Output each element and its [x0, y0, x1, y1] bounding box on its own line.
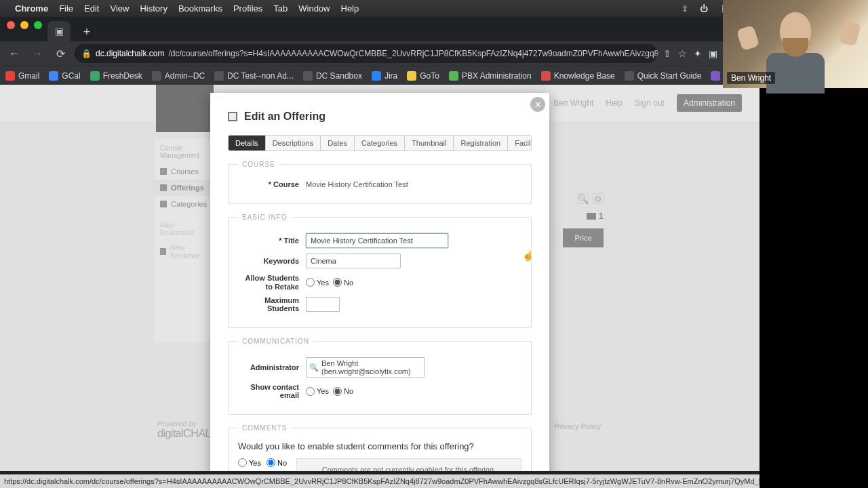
- retake-no[interactable]: No: [333, 278, 353, 287]
- window-close[interactable]: [7, 21, 15, 29]
- browser-toolbar: ← → ⟳ 🔒 dc.digitalchalk.com /dc/course/o…: [0, 41, 760, 66]
- webcam-overlay: Ben Wright: [723, 0, 868, 88]
- menu-window[interactable]: Window: [298, 3, 330, 14]
- retake-radio-group: Yes No: [306, 278, 353, 287]
- panel-icon[interactable]: ▣: [709, 48, 717, 59]
- browser-window: ▣ + ← → ⟳ 🔒 dc.digitalchalk.com /dc/cour…: [0, 17, 760, 488]
- tab-dates[interactable]: Dates: [321, 136, 355, 150]
- reload-button[interactable]: ⟳: [52, 45, 69, 62]
- comments-fieldset: COMMENTS Would you like to enable studen…: [228, 424, 532, 471]
- airdrop-icon[interactable]: ⇪: [680, 4, 690, 14]
- keywords-input[interactable]: [306, 253, 401, 268]
- email-yes[interactable]: Yes: [306, 387, 329, 396]
- course-legend: COURSE: [238, 161, 279, 168]
- retake-label: Allow Students to Retake: [238, 274, 306, 291]
- modal-title: Edit an Offering: [228, 110, 532, 123]
- basic-info-fieldset: BASIC INFO * Title Keywords Allow Studen…: [228, 214, 532, 328]
- retake-yes[interactable]: Yes: [306, 278, 329, 287]
- window-zoom[interactable]: [34, 21, 42, 29]
- menu-view[interactable]: View: [110, 3, 129, 14]
- course-label: * Course: [238, 180, 306, 188]
- comments-note: Comments are not currently enabled for t…: [296, 458, 521, 471]
- edit-offering-modal: ✕ Edit an Offering Details Descriptions …: [210, 93, 549, 471]
- menu-file[interactable]: File: [59, 3, 73, 14]
- url-path: /dc/course/offerings?s=H4sIAAAAAAAAAACWO…: [168, 49, 658, 58]
- menu-bookmarks[interactable]: Bookmarks: [178, 3, 222, 14]
- title-label: * Title: [238, 237, 306, 245]
- communication-fieldset: COMMUNICATION Administrator 🔍 Ben Wright…: [228, 338, 532, 415]
- administrator-value: Ben Wright (ben.wright@sciolytix.com): [321, 359, 421, 375]
- star-icon[interactable]: ☆: [678, 48, 687, 59]
- back-button[interactable]: ←: [5, 45, 23, 62]
- window-controls: [7, 21, 42, 29]
- tab-facilitators[interactable]: Facilitators: [508, 136, 532, 150]
- browser-tab-1[interactable]: ▣: [47, 21, 71, 41]
- url-host: dc.digitalchalk.com: [96, 49, 164, 58]
- tab-thumbnail[interactable]: Thumbnail: [405, 136, 454, 150]
- course-value: Movie History Certification Test: [306, 180, 408, 188]
- show-email-label: Show contact email: [238, 383, 306, 399]
- tab-registration[interactable]: Registration: [454, 136, 508, 150]
- webcam-name: Ben Wright: [727, 72, 775, 84]
- administrator-label: Administrator: [238, 363, 306, 371]
- course-fieldset: COURSE * Course Movie History Certificat…: [228, 161, 532, 204]
- bookmark-qsg[interactable]: Quick Start Guide: [625, 71, 702, 81]
- bookmark-jira[interactable]: Jira: [372, 71, 397, 81]
- share-icon[interactable]: ⇧: [663, 48, 671, 59]
- bookmark-gmail[interactable]: Gmail: [5, 71, 39, 81]
- comments-legend: COMMENTS: [238, 424, 291, 432]
- show-email-radio-group: Yes No: [306, 387, 353, 396]
- menu-edit[interactable]: Edit: [84, 3, 99, 14]
- bookmark-dc-test[interactable]: DC Test--non Ad...: [214, 71, 294, 81]
- bookmark-pbx[interactable]: PBX Administration: [449, 71, 532, 81]
- toolbar-actions: ⇧ ☆ ✦ ▣ ⬆: [663, 48, 732, 59]
- bookmarks-bar: Gmail GCal FreshDesk Admin--DC DC Test--…: [0, 66, 760, 85]
- new-tab-button[interactable]: +: [77, 22, 96, 41]
- modal-tabs: Details Descriptions Dates Categories Th…: [228, 135, 532, 151]
- bookmark-dc-sandbox[interactable]: DC Sandbox: [303, 71, 362, 81]
- tab-strip: ▣ +: [0, 17, 760, 41]
- bookmark-kb[interactable]: Knowledge Base: [541, 71, 615, 81]
- administrator-input[interactable]: 🔍 Ben Wright (ben.wright@sciolytix.com): [306, 357, 425, 378]
- comments-radio-group: Yes No: [238, 458, 287, 467]
- title-input[interactable]: [306, 233, 448, 248]
- email-no[interactable]: No: [333, 387, 353, 396]
- bookmark-freshdesk[interactable]: FreshDesk: [90, 71, 142, 81]
- modal-title-icon: [228, 112, 237, 121]
- window-minimize[interactable]: [20, 21, 28, 29]
- basic-legend: BASIC INFO: [238, 214, 292, 221]
- lock-icon: 🔒: [81, 49, 92, 58]
- power-icon[interactable]: ⏻: [699, 4, 709, 14]
- app-name[interactable]: Chrome: [15, 3, 48, 14]
- address-bar[interactable]: 🔒 dc.digitalchalk.com /dc/course/offerin…: [75, 44, 658, 63]
- menu-tab[interactable]: Tab: [273, 3, 288, 14]
- bookmark-admin-dc[interactable]: Admin--DC: [152, 71, 205, 81]
- search-icon-inline: 🔍: [309, 363, 319, 372]
- page-viewport: Ben Wright Ben Wright Help Sign out Admi…: [0, 85, 760, 471]
- comments-yes[interactable]: Yes: [238, 458, 261, 467]
- keywords-label: Keywords: [238, 257, 306, 265]
- communication-legend: COMMUNICATION: [238, 338, 313, 345]
- menu-history[interactable]: History: [140, 3, 167, 14]
- comments-question: Would you like to enable student comment…: [238, 441, 521, 451]
- modal-close-button[interactable]: ✕: [530, 97, 545, 112]
- tab-details[interactable]: Details: [229, 136, 266, 150]
- menu-help[interactable]: Help: [341, 3, 359, 14]
- forward-button[interactable]: →: [28, 45, 46, 62]
- bookmark-gcal[interactable]: GCal: [49, 71, 80, 81]
- menu-profiles[interactable]: Profiles: [233, 3, 262, 14]
- max-students-label: Maximum Students: [238, 296, 306, 312]
- comments-no[interactable]: No: [267, 458, 287, 467]
- status-bar: https://dc.digitalchalk.com/dc/course/of…: [0, 474, 760, 488]
- bookmark-goto[interactable]: GoTo: [407, 71, 439, 81]
- max-students-input[interactable]: [306, 297, 340, 312]
- status-url: https://dc.digitalchalk.com/dc/course/of…: [4, 477, 760, 485]
- tab-descriptions[interactable]: Descriptions: [266, 136, 321, 150]
- tab-categories[interactable]: Categories: [355, 136, 405, 150]
- extensions-icon[interactable]: ✦: [694, 48, 702, 59]
